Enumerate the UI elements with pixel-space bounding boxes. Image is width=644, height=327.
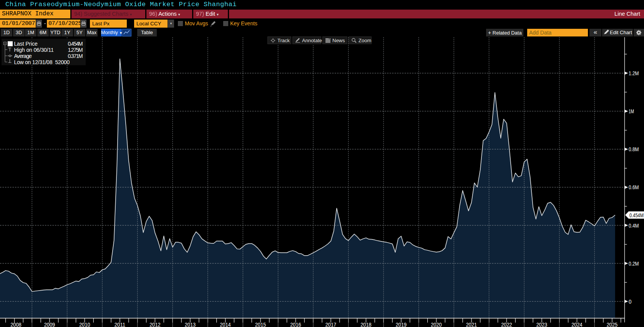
svg-text:0.371M: 0.371M: [68, 53, 83, 59]
svg-text:2011: 2011: [115, 321, 126, 327]
svg-text:2010: 2010: [79, 321, 90, 327]
svg-text:2022: 2022: [501, 321, 512, 327]
svg-text:1.2M: 1.2M: [629, 70, 639, 76]
svg-text:2009: 2009: [44, 321, 55, 327]
svg-text:0.454M: 0.454M: [68, 41, 83, 47]
svg-text:2013: 2013: [185, 321, 196, 327]
svg-text:2012: 2012: [149, 321, 161, 327]
svg-text:0.454M: 0.454M: [629, 212, 644, 218]
svg-text:2020: 2020: [431, 321, 442, 327]
svg-text:2008: 2008: [10, 321, 22, 327]
svg-text:1.275M: 1.275M: [68, 47, 83, 53]
svg-text:0.2M: 0.2M: [629, 260, 639, 267]
svg-text:Average: Average: [14, 53, 32, 59]
svg-text:Last Price: Last Price: [14, 41, 38, 47]
svg-text:2016: 2016: [290, 321, 301, 327]
svg-text:2023: 2023: [536, 321, 548, 327]
svg-text:0.8M: 0.8M: [629, 146, 639, 152]
svg-text:Low on 12/31/08 52000: Low on 12/31/08 52000: [14, 59, 70, 65]
svg-text:2019: 2019: [396, 321, 407, 327]
svg-text:2024: 2024: [571, 321, 583, 327]
svg-text:2014: 2014: [220, 321, 231, 327]
svg-text:1M: 1M: [629, 108, 634, 114]
svg-text:2017: 2017: [325, 321, 337, 327]
svg-text:0.4M: 0.4M: [629, 222, 639, 229]
svg-text:2025: 2025: [607, 321, 618, 327]
svg-text:2021: 2021: [466, 321, 477, 327]
svg-text:0: 0: [629, 298, 632, 305]
svg-text:2015: 2015: [255, 321, 266, 327]
svg-text:High on 06/30/11: High on 06/30/11: [14, 47, 54, 53]
svg-text:2018: 2018: [360, 321, 372, 327]
svg-text:0.6M: 0.6M: [629, 184, 639, 190]
